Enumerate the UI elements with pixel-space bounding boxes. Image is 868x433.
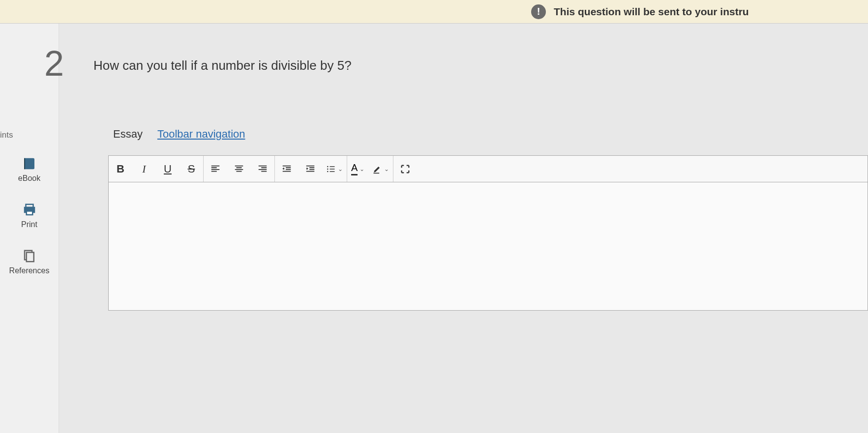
hints-label: ints	[0, 130, 13, 140]
outdent-button[interactable]	[275, 156, 299, 182]
align-left-icon	[210, 164, 221, 174]
sidebar-item-print[interactable]: Print	[0, 193, 59, 239]
toolbar-group-align	[204, 156, 275, 182]
editor-section: Essay Toolbar navigation B I U S	[108, 128, 868, 311]
svg-rect-2	[26, 211, 32, 215]
indent-button[interactable]	[299, 156, 322, 182]
bold-button[interactable]: B	[109, 156, 132, 182]
align-right-icon	[257, 164, 268, 174]
underline-button[interactable]: U	[156, 156, 180, 182]
toolbar-group-format: B I U S	[109, 156, 204, 182]
svg-point-6	[327, 168, 329, 170]
references-icon	[22, 249, 37, 263]
svg-rect-4	[26, 253, 33, 262]
question-text: How can you tell if a number is divisibl…	[93, 58, 352, 73]
essay-label: Essay	[113, 128, 143, 141]
toolbar-group-expand	[393, 156, 417, 182]
main-layout: ints eBook Print References 2 How can y	[0, 24, 868, 433]
chevron-down-icon: ⌄	[338, 166, 343, 173]
indent-icon	[305, 164, 316, 174]
fullscreen-icon	[400, 164, 411, 174]
svg-point-7	[327, 171, 329, 172]
toolbar-navigation-link[interactable]: Toolbar navigation	[157, 128, 245, 141]
printer-icon	[22, 202, 37, 217]
svg-rect-8	[374, 173, 380, 173]
align-center-button[interactable]	[227, 156, 251, 182]
toolbar-group-color: A ⌄ ⌄	[347, 156, 393, 182]
sidebar-item-references[interactable]: References	[0, 239, 59, 285]
rich-text-editor: B I U S	[108, 155, 868, 311]
list-icon	[326, 164, 336, 174]
editor-toolbar: B I U S	[109, 156, 868, 182]
svg-point-5	[327, 166, 329, 167]
sidebar-item-label: References	[9, 266, 50, 275]
sidebar-item-ebook[interactable]: eBook	[0, 146, 59, 193]
align-left-button[interactable]	[204, 156, 227, 182]
sidebar-item-label: eBook	[18, 174, 40, 183]
highlight-button[interactable]: ⌄	[368, 156, 393, 182]
sidebar-item-label: Print	[21, 220, 37, 229]
align-center-icon	[234, 164, 244, 174]
strikethrough-button[interactable]: S	[180, 156, 203, 182]
highlight-icon	[372, 164, 382, 174]
editor-header: Essay Toolbar navigation	[108, 128, 868, 141]
sidebar: ints eBook Print References	[0, 24, 59, 433]
text-color-icon: A	[351, 162, 358, 175]
toolbar-group-indent: ⌄	[275, 156, 347, 182]
info-icon: !	[531, 4, 546, 19]
text-color-button[interactable]: A ⌄	[347, 156, 368, 182]
question-header: 2 How can you tell if a number is divisi…	[59, 24, 868, 84]
notification-bar: ! This question will be sent to your ins…	[0, 0, 868, 24]
editor-textarea[interactable]	[109, 182, 868, 310]
chevron-down-icon: ⌄	[384, 166, 389, 173]
notification-text: This question will be sent to your instr…	[554, 6, 749, 18]
content-area: 2 How can you tell if a number is divisi…	[59, 24, 868, 433]
book-icon	[22, 156, 37, 171]
italic-button[interactable]: I	[132, 156, 156, 182]
outdent-icon	[281, 164, 292, 174]
list-dropdown-button[interactable]: ⌄	[322, 156, 347, 182]
fullscreen-button[interactable]	[393, 156, 417, 182]
align-right-button[interactable]	[251, 156, 274, 182]
question-number: 2	[44, 43, 64, 84]
chevron-down-icon: ⌄	[359, 166, 364, 173]
